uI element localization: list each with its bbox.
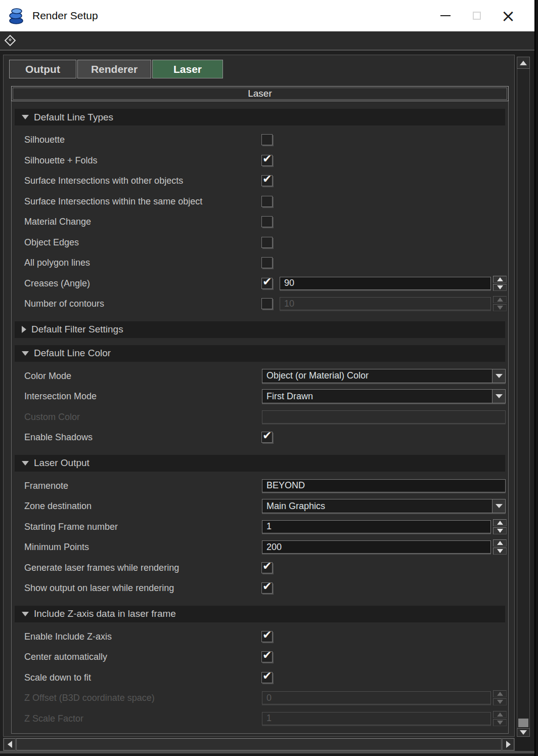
field-label: Object Edges — [24, 237, 79, 247]
row-generate-laser-frames-while-rendering: Generate laser frames while rendering✔ — [12, 558, 508, 578]
input-creases-angle[interactable]: 90 — [280, 277, 491, 290]
spinner-up-icon — [497, 277, 503, 281]
field-label: Minimum Points — [24, 542, 89, 553]
dropdown-zone-destination[interactable]: Main Graphics — [262, 499, 506, 513]
section-title: Laser Output — [34, 457, 89, 469]
checkbox-surface-intersections-within-the-same-object[interactable] — [261, 196, 273, 207]
checkbox-generate-laser-frames-while-rendering[interactable]: ✔ — [261, 562, 273, 573]
spin-down-button — [493, 719, 507, 726]
arrow-up-icon — [520, 61, 527, 65]
spin-down-button — [493, 698, 507, 705]
spinner-up-icon — [497, 712, 503, 717]
field-label: Starting Frame number — [24, 521, 118, 532]
dropdown-color-mode[interactable]: Object (or Material) Color — [262, 369, 506, 383]
vertical-scroll-thumb[interactable] — [518, 719, 528, 727]
collapsed-arrow-icon — [22, 326, 26, 333]
horizontal-scrollbar[interactable] — [3, 738, 515, 751]
checkbox-number-of-contours[interactable] — [261, 298, 273, 309]
spin-down-button — [493, 304, 507, 311]
tab-label: Laser — [173, 63, 202, 75]
tab-label: Renderer — [91, 63, 138, 75]
scroll-down-button[interactable] — [517, 728, 530, 737]
close-button[interactable]: × — [492, 0, 524, 31]
tab-bar: OutputRendererLaser — [9, 60, 223, 78]
field-label: Framenote — [24, 480, 68, 491]
checkbox-enable-include-z-axis[interactable]: ✔ — [261, 631, 273, 642]
spin-down-button[interactable] — [493, 527, 507, 534]
section-header-default-line-types[interactable]: Default Line Types — [15, 109, 505, 125]
row-enable-include-z-axis: Enable Include Z-axis✔ — [12, 626, 508, 647]
checkbox-all-polygon-lines[interactable] — [261, 257, 273, 268]
dropdown-button[interactable] — [492, 390, 505, 403]
row-object-edges: Object Edges — [12, 232, 508, 253]
input-value: 200 — [266, 542, 282, 553]
scroll-up-button[interactable] — [517, 57, 530, 69]
checkbox-object-edges[interactable] — [261, 237, 273, 248]
arrow-right-icon — [506, 741, 511, 748]
spin-up-button — [493, 690, 507, 697]
arrow-left-icon — [8, 741, 12, 748]
tab-renderer[interactable]: Renderer — [77, 60, 151, 78]
checkbox-silhouette-folds[interactable]: ✔ — [261, 155, 273, 166]
close-icon: × — [501, 7, 516, 24]
scroll-left-button[interactable] — [4, 738, 16, 750]
tab-laser[interactable]: Laser — [152, 60, 223, 78]
field-label: Surface Intersections within the same ob… — [24, 196, 202, 206]
input-starting-frame-number[interactable]: 1 — [262, 520, 491, 533]
spinner — [493, 539, 507, 555]
spinner-up-icon — [497, 541, 503, 545]
row-creases-angle: Creases (Angle)✔90 — [12, 273, 508, 294]
row-custom-color: Custom Color — [12, 407, 508, 428]
input-framenote[interactable]: BEYOND — [262, 479, 506, 492]
maximize-button[interactable] — [461, 0, 492, 31]
window-bottom-edge — [0, 751, 538, 756]
section-header-default-line-color[interactable]: Default Line Color — [15, 345, 505, 362]
field-label: Scale down to fit — [24, 672, 91, 683]
dropdown-intersection-mode[interactable]: First Drawn — [262, 389, 506, 403]
spinner-down-icon — [497, 721, 503, 725]
row-scale-down-to-fit: Scale down to fit✔ — [12, 667, 508, 688]
section-title: Include Z-axis data in laser frame — [34, 608, 176, 619]
spinner-down-icon — [497, 285, 503, 289]
spinner — [493, 711, 507, 726]
dropdown-button[interactable] — [492, 499, 505, 513]
expanded-arrow-icon — [22, 612, 29, 616]
input-minimum-points[interactable]: 200 — [262, 540, 491, 554]
field-label: Zone destination — [24, 501, 92, 512]
tab-output[interactable]: Output — [9, 60, 76, 78]
spin-up-button[interactable] — [493, 519, 507, 526]
row-surface-intersections-within-the-same-object: Surface Intersections within the same ob… — [12, 191, 508, 212]
vertical-scrollbar[interactable] — [517, 57, 530, 737]
spin-down-button[interactable] — [493, 548, 507, 555]
horizontal-scroll-thumb[interactable] — [16, 738, 502, 750]
checkbox-silhouette[interactable] — [261, 134, 273, 145]
dropdown-button[interactable] — [492, 369, 505, 383]
spin-up-button[interactable] — [493, 276, 507, 283]
section-title: Default Line Color — [34, 348, 111, 359]
checkbox-center-automatically[interactable]: ✔ — [261, 651, 273, 662]
checkbox-creases-angle[interactable]: ✔ — [261, 278, 273, 289]
minimize-button[interactable] — [430, 0, 461, 31]
checkmark-icon: ✔ — [262, 560, 272, 572]
scroll-right-button[interactable] — [502, 738, 514, 750]
vertical-scroll-track[interactable] — [517, 69, 530, 728]
diamond-icon[interactable] — [5, 35, 16, 47]
checkbox-surface-intersections-with-other-objects[interactable]: ✔ — [261, 175, 273, 186]
field-label: Surface Intersections with other objects — [24, 176, 183, 186]
spin-down-button[interactable] — [493, 284, 507, 291]
checkbox-show-output-on-laser-while-rendering[interactable]: ✔ — [261, 582, 273, 594]
spin-up-button[interactable] — [493, 539, 507, 547]
input-value: BEYOND — [266, 480, 305, 491]
checkbox-scale-down-to-fit[interactable]: ✔ — [261, 672, 273, 683]
expanded-arrow-icon — [22, 461, 29, 466]
row-zone-destination: Zone destinationMain Graphics — [12, 496, 508, 517]
section-header-laser-output[interactable]: Laser Output — [15, 455, 505, 472]
section-header-include-z-axis-data-in-laser-frame[interactable]: Include Z-axis data in laser frame — [15, 606, 505, 622]
field-label: Custom Color — [24, 411, 80, 422]
section-header-default-filter-settings[interactable]: Default Filter Settings — [15, 321, 505, 338]
field-label: Material Change — [24, 217, 91, 227]
chevron-down-icon — [496, 374, 503, 378]
checkbox-enable-shadows[interactable]: ✔ — [261, 432, 273, 443]
checkbox-material-change[interactable] — [261, 216, 273, 227]
input-z-scale-factor: 1 — [262, 712, 491, 725]
